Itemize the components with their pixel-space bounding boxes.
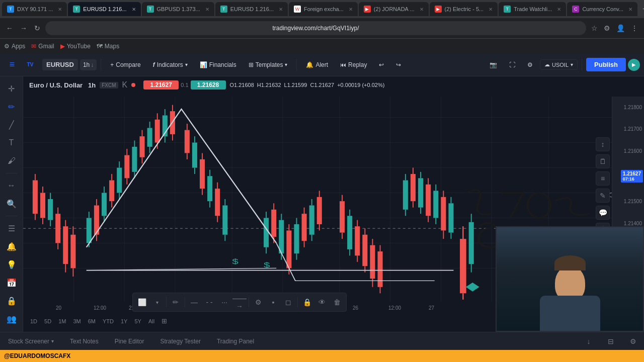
bookmark-gmail[interactable]: ✉ Gmail	[31, 43, 54, 50]
dt-box-tool[interactable]: ⬜	[135, 295, 149, 309]
alert-button[interactable]: 🔔 Alert	[301, 59, 333, 70]
dt-eye[interactable]: 👁	[315, 295, 329, 309]
bp-strategy-tester[interactable]: Strategy Tester	[156, 336, 204, 347]
price-input-2[interactable]	[191, 80, 226, 89]
price-input-1[interactable]	[143, 80, 179, 89]
lock-button[interactable]: 🔒	[4, 293, 20, 309]
tab-close-gbpusd[interactable]: ✕	[205, 7, 209, 12]
forward-button[interactable]: →	[18, 22, 29, 34]
dt-line-style[interactable]: —	[187, 295, 201, 309]
tab-close-eurusd2[interactable]: ✕	[279, 7, 283, 12]
dt-lock[interactable]: 🔒	[300, 295, 314, 309]
tab-close-dxy[interactable]: ✕	[58, 7, 62, 12]
dt-pencil[interactable]: ✏	[169, 295, 183, 309]
tab-eurusd[interactable]: T EURUSD 1.216... ✕	[68, 2, 140, 16]
indicators-button[interactable]: f Indicators ▾	[148, 59, 193, 70]
rt-btn-3[interactable]: ≡	[596, 171, 610, 186]
tab-jornada[interactable]: ▶ (2) JORNADA ... ✕	[359, 2, 429, 16]
tab-close-trade[interactable]: ✕	[557, 7, 561, 12]
publish-button[interactable]: Publish	[586, 58, 626, 71]
bp-stock-screener[interactable]: Stock Screener ▾	[4, 336, 58, 347]
timeframe-selector[interactable]: 1h ↓	[80, 59, 97, 70]
tab-currency[interactable]: C Currency Conv... ✕	[567, 2, 637, 16]
back-button[interactable]: ←	[4, 22, 15, 34]
fullscreen-button[interactable]: ⛶	[504, 59, 520, 70]
tf-1y[interactable]: 1Y	[118, 316, 130, 326]
crosshair-tool[interactable]: ✛	[4, 80, 20, 97]
extensions-button[interactable]: ⚙	[602, 22, 612, 34]
panel-tile[interactable]: ⊟	[604, 334, 618, 348]
refresh-button[interactable]: ↻	[32, 22, 42, 34]
trend-line-tool[interactable]: ╱	[4, 117, 20, 133]
text-tool[interactable]: T	[4, 135, 20, 151]
menu-button[interactable]: ⋮	[629, 22, 640, 34]
address-input[interactable]	[45, 21, 586, 35]
tab-eurusd2[interactable]: T EURUSD 1.216... ✕	[215, 2, 288, 16]
dollar-sign-1: $	[232, 257, 238, 265]
templates-button[interactable]: ⊞ Templates ▾	[244, 59, 293, 70]
tab-trade[interactable]: T Trade Watchli... ✕	[499, 2, 566, 16]
panel-settings[interactable]: ⚙	[626, 334, 640, 348]
bookmark-youtube[interactable]: ▶ YouTube	[60, 43, 91, 50]
rt-btn-4[interactable]: ✎	[596, 189, 610, 203]
profile-button[interactable]: 👤	[614, 22, 627, 34]
tab-dxy[interactable]: T DXY 90.171 ... ✕	[2, 2, 67, 16]
tab-close-jornada[interactable]: ✕	[420, 7, 424, 12]
dt-border[interactable]: ◻	[281, 295, 295, 309]
panel-minimize[interactable]: ↓	[582, 334, 596, 348]
alerts-panel-button[interactable]: 🔔	[4, 238, 20, 254]
brush-tool[interactable]: 🖌	[4, 153, 20, 169]
rt-btn-1[interactable]: ↕	[596, 137, 610, 151]
tab-close-foreign[interactable]: ✕	[349, 7, 353, 12]
bookmark-maps[interactable]: 🗺 Maps	[97, 43, 119, 50]
tab-gbpusd[interactable]: T GBPUSD 1.373... ✕	[142, 2, 214, 16]
redo-button[interactable]: ↪	[391, 59, 406, 70]
tab-close-eurusd[interactable]: ✕	[132, 7, 136, 12]
dt-dropdown[interactable]: ▾	[150, 295, 164, 309]
rt-btn-2[interactable]: 🗒	[596, 154, 610, 168]
play-button[interactable]: ▶	[628, 59, 640, 71]
dt-line-style-3[interactable]: ···	[217, 295, 231, 309]
bp-trading-panel[interactable]: Trading Panel	[213, 336, 258, 347]
tab-foreign[interactable]: W Foreign excha... ✕	[289, 2, 358, 16]
replay-button[interactable]: ⏮ Replay	[335, 59, 372, 70]
screenshot-button[interactable]: 📷	[485, 59, 502, 70]
tf-all[interactable]: All	[145, 316, 157, 326]
rt-btn-5[interactable]: 💬	[596, 206, 610, 220]
dt-fill[interactable]: ▪	[266, 295, 280, 309]
symbol-selector[interactable]: EURUSD	[42, 59, 78, 70]
tf-1d[interactable]: 1D	[27, 316, 40, 326]
dt-settings[interactable]: ⚙	[251, 295, 265, 309]
measure-tool[interactable]: ↔	[4, 177, 20, 194]
compare-button[interactable]: + Compare	[105, 59, 145, 70]
undo-button[interactable]: ↩	[374, 59, 389, 70]
tf-custom[interactable]: ⊞	[158, 316, 170, 326]
menu-toggle-button[interactable]: ≡	[4, 57, 20, 73]
watchlist-button[interactable]: ☰	[4, 220, 20, 236]
dt-line-style-2[interactable]: - -	[202, 295, 216, 309]
tf-ytd[interactable]: YTD	[100, 316, 117, 326]
indicator-chip[interactable]: ☁ USOIL ▾	[540, 59, 578, 70]
ideas-button[interactable]: 💡	[4, 256, 20, 273]
bp-pine-editor[interactable]: Pine Editor	[111, 336, 148, 347]
tf-5y[interactable]: 5Y	[131, 316, 144, 326]
community-button[interactable]: 👥	[4, 311, 20, 327]
pencil-tool[interactable]: ✏	[4, 99, 20, 115]
tab-close-currency[interactable]: ✕	[628, 7, 632, 12]
tf-5d[interactable]: 5D	[41, 316, 54, 326]
tab-electric[interactable]: ▶ (2) Electric - 5... ✕	[430, 2, 498, 16]
tab-close-electric[interactable]: ✕	[489, 7, 493, 12]
zoom-tool[interactable]: 🔍	[4, 196, 20, 212]
tf-6m[interactable]: 6M	[85, 316, 99, 326]
dt-delete[interactable]: 🗑	[330, 295, 344, 309]
bp-text-notes[interactable]: Text Notes	[66, 336, 103, 347]
tf-3m[interactable]: 3M	[70, 316, 84, 326]
tf-1m[interactable]: 1M	[55, 316, 69, 326]
calendar-button[interactable]: 📅	[4, 275, 20, 291]
new-tab-button[interactable]: +	[638, 3, 644, 16]
settings-button[interactable]: ⚙	[522, 59, 538, 70]
financials-button[interactable]: 📊 Financials	[195, 59, 242, 70]
dt-line-style-4[interactable]: ——→	[232, 295, 247, 309]
bookmark-button[interactable]: ☆	[589, 22, 600, 34]
bookmark-apps[interactable]: ⚙ Apps	[4, 43, 25, 50]
